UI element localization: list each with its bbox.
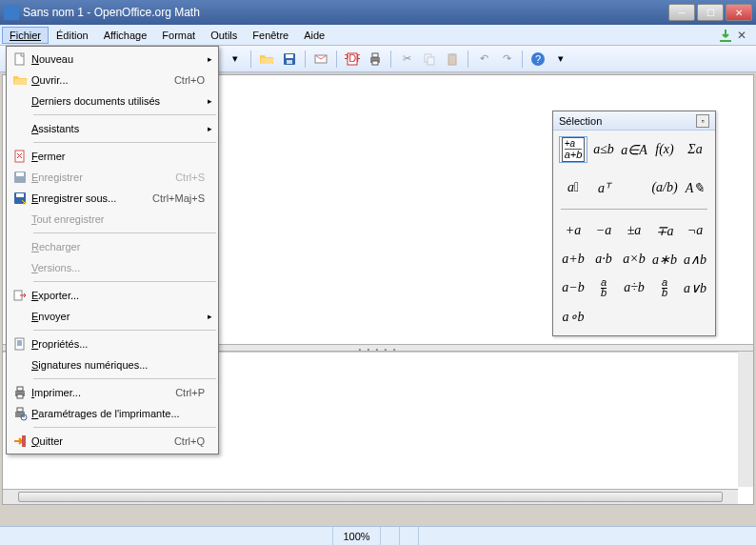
palette-operator[interactable]: −a <box>589 217 618 244</box>
menu-item-label: Envoyer <box>31 311 205 322</box>
menu-item-versions: Versions... <box>7 257 218 278</box>
cut-button[interactable]: ✂ <box>396 49 417 70</box>
svg-rect-16 <box>15 53 24 65</box>
palette-operator[interactable]: ±a <box>620 217 648 244</box>
palette-operator[interactable]: ¬a <box>681 217 709 244</box>
palette-operator[interactable]: a+b <box>559 246 587 272</box>
menu-item-param-trages-de-l-imprimante[interactable]: Paramétrages de l'imprimante... <box>7 403 218 424</box>
window-title: Sans nom 1 - OpenOffice.org Math <box>23 6 668 19</box>
palette-cell[interactable]: a⃗ <box>559 174 587 201</box>
file-menu-dropdown: Nouveau▸Ouvrir...Ctrl+ODerniers document… <box>6 46 219 454</box>
palette-operator[interactable]: a∧b <box>681 246 709 272</box>
print-button[interactable] <box>365 49 386 70</box>
palette-operator[interactable]: a×b <box>620 246 648 272</box>
titlebar: Sans nom 1 - OpenOffice.org Math ─ ☐ ✕ <box>0 0 756 25</box>
menu-item-label: Enregistrer sous... <box>31 192 152 204</box>
menu-separator <box>33 232 216 233</box>
paste-button[interactable] <box>442 49 463 70</box>
menu-separator <box>33 142 216 143</box>
toolbar-dropdown-1[interactable]: ▾ <box>225 49 246 70</box>
export-icon <box>9 288 31 303</box>
menu-item-label: Derniers documents utilisés <box>31 95 205 107</box>
menu-item-imprimer[interactable]: Imprimer...Ctrl+P <box>7 382 218 403</box>
palette-operator[interactable]: a∨b <box>681 274 709 301</box>
minimize-button[interactable]: ─ <box>668 4 695 21</box>
palette-cell[interactable]: a≤b <box>589 136 618 163</box>
menu-item-accel: Ctrl+S <box>175 172 205 183</box>
menu-item-signatures-num-riques[interactable]: Signatures numériques... <box>7 354 218 375</box>
palette-operator[interactable]: ab <box>589 274 618 301</box>
vertical-scrollbar[interactable] <box>738 352 753 487</box>
palette-operator[interactable]: +a <box>559 217 587 244</box>
menu-item-propri-t-s[interactable]: Propriétés... <box>7 333 218 354</box>
menu-item-ouvrir[interactable]: Ouvrir...Ctrl+O <box>7 70 218 91</box>
scrollbar-thumb[interactable] <box>18 492 723 502</box>
maximize-button[interactable]: ☐ <box>697 4 724 21</box>
palette-title: Sélection <box>559 115 602 127</box>
menu-item-fermer[interactable]: Fermer <box>7 146 218 167</box>
palette-operator[interactable]: a∘b <box>559 303 587 330</box>
menu-item-label: Imprimer... <box>31 387 175 398</box>
menu-item-enregistrer-sous[interactable]: Enregistrer sous...Ctrl+Maj+S <box>7 188 218 209</box>
palette-cell[interactable]: a∈A <box>620 136 648 163</box>
menu-separator <box>33 330 216 331</box>
palette-operator[interactable]: ∓a <box>650 217 679 244</box>
menu-item-quitter[interactable]: QuitterCtrl+Q <box>7 431 218 452</box>
menu-outils[interactable]: Outils <box>203 27 245 44</box>
palette-operator[interactable]: a−b <box>559 274 587 301</box>
menu-item-label: Exporter... <box>31 290 205 301</box>
svg-rect-3 <box>287 60 292 64</box>
menu-item-assistants[interactable]: Assistants▸ <box>7 118 218 139</box>
palette-close-button[interactable]: ▫ <box>696 114 709 128</box>
menu-format[interactable]: Format <box>154 27 203 44</box>
palette-cell[interactable]: (a/b) <box>650 174 679 201</box>
menu-affichage[interactable]: Affichage <box>96 27 155 44</box>
palette-operator[interactable]: a·b <box>589 246 618 272</box>
menu-item-envoyer[interactable]: Envoyer▸ <box>7 306 218 327</box>
status-cell-1 <box>0 527 333 545</box>
menu-fenetre[interactable]: Fenêtre <box>245 27 296 44</box>
status-cell-4 <box>400 527 419 545</box>
help-dropdown[interactable]: ▾ <box>550 49 571 70</box>
selection-palette: Sélection ▫ +aa+ba≤ba∈Af(x)Σa a⃗aᵀ(a/b)A… <box>552 111 716 336</box>
palette-operator[interactable]: a÷b <box>620 274 648 301</box>
close-button[interactable]: ✕ <box>726 4 752 21</box>
menu-item-exporter[interactable]: Exporter... <box>7 285 218 306</box>
open-button[interactable] <box>256 49 277 70</box>
menu-fichier[interactable]: Fichier <box>2 27 49 44</box>
menu-item-label: Quitter <box>31 435 174 447</box>
svg-rect-25 <box>17 387 23 391</box>
close-doc-icon[interactable]: ✕ <box>737 29 750 42</box>
menu-item-nouveau[interactable]: Nouveau▸ <box>7 49 218 70</box>
toolbar-separator <box>305 50 306 68</box>
toolbar-separator <box>468 50 468 68</box>
pdf-button[interactable]: PDF <box>342 49 363 70</box>
menu-item-label: Propriétés... <box>31 338 205 350</box>
palette-category-row-1: +aa+ba≤ba∈Af(x)Σa <box>553 131 715 169</box>
help-button[interactable]: ? <box>527 49 548 70</box>
palette-titlebar[interactable]: Sélection ▫ <box>553 111 715 131</box>
palette-operator[interactable]: ab <box>650 274 679 301</box>
status-zoom[interactable]: 100% <box>333 527 381 545</box>
redo-button[interactable]: ↷ <box>496 49 517 70</box>
mail-button[interactable] <box>310 49 331 70</box>
svg-rect-21 <box>16 193 24 197</box>
menu-item-label: Ouvrir... <box>31 74 174 86</box>
horizontal-scrollbar[interactable] <box>3 489 738 504</box>
palette-cell[interactable]: A✎ <box>681 174 709 201</box>
menu-item-derniers-documents-utilis-s[interactable]: Derniers documents utilisés▸ <box>7 91 218 111</box>
menu-aide[interactable]: Aide <box>296 27 332 44</box>
menu-separator <box>33 281 216 282</box>
palette-cell[interactable]: aᵀ <box>589 174 618 201</box>
palette-cell[interactable]: Σa <box>681 136 709 163</box>
download-icon[interactable] <box>718 29 731 42</box>
palette-cell[interactable]: f(x) <box>650 136 679 163</box>
copy-button[interactable] <box>419 49 440 70</box>
menu-edition[interactable]: Édition <box>49 27 96 44</box>
submenu-arrow-icon: ▸ <box>205 312 212 321</box>
save-button[interactable] <box>279 49 300 70</box>
undo-button[interactable]: ↶ <box>473 49 494 70</box>
palette-operator[interactable]: a∗b <box>650 246 679 272</box>
palette-cell[interactable]: +aa+b <box>559 136 587 163</box>
menu-item-label: Assistants <box>31 123 205 134</box>
